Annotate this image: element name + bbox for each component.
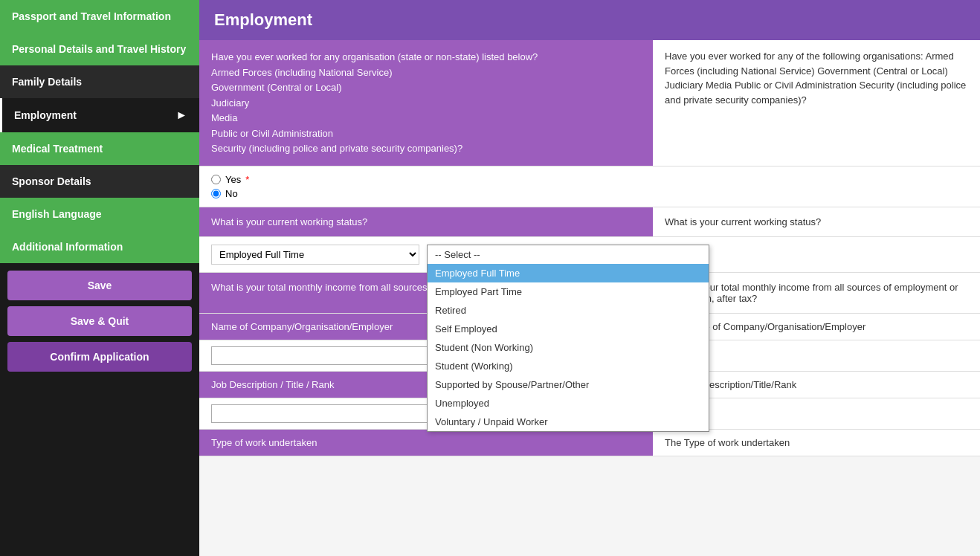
working-status-question-left: What is your current working status?	[199, 207, 653, 236]
dropdown-opt-student-w[interactable]: Student (Working)	[428, 357, 709, 375]
sidebar-item-label: Passport and Travel Information	[12, 10, 171, 22]
org-question-left: Have you ever worked for any organisatio…	[199, 40, 653, 166]
job-description-input[interactable]	[211, 404, 449, 423]
working-status-answer-row: -- Select -- Employed Full Time Employed…	[199, 237, 980, 273]
sidebar-item-medical[interactable]: Medical Treatment	[0, 132, 199, 165]
main-content: Employment Have you ever worked for any …	[199, 0, 980, 556]
org-question-right: Have you ever worked for any of the foll…	[653, 40, 980, 166]
dropdown-opt-voluntary[interactable]: Voluntary / Unpaid Worker	[428, 413, 709, 431]
dropdown-opt-retired[interactable]: Retired	[428, 301, 709, 320]
work-type-label-row: Type of work undertaken The Type of work…	[199, 430, 980, 456]
sidebar-item-personal[interactable]: Personal Details and Travel History	[0, 33, 199, 65]
page-title: Employment	[199, 0, 980, 40]
work-type-label-right: The Type of work undertaken	[653, 430, 980, 456]
sidebar-item-label: Sponsor Details	[12, 175, 91, 187]
chevron-right-icon: ►	[175, 109, 187, 122]
yes-radio[interactable]	[211, 175, 221, 184]
org-answer-left: Yes * No	[199, 167, 653, 207]
sidebar: Passport and Travel Information Personal…	[0, 0, 199, 556]
working-status-select[interactable]: -- Select -- Employed Full Time Employed…	[211, 245, 419, 265]
dropdown-overlay: -- Select -- Employed Full Time Employed…	[427, 245, 709, 432]
save-button[interactable]: Save	[7, 271, 192, 300]
sidebar-item-label: Personal Details and Travel History	[12, 43, 186, 55]
dropdown-opt-student-nw[interactable]: Student (Non Working)	[428, 338, 709, 357]
sidebar-item-sponsor[interactable]: Sponsor Details	[0, 165, 199, 198]
sidebar-item-label: English Language	[12, 208, 102, 220]
org-answer-row: Yes * No	[199, 167, 980, 207]
dropdown-opt-selfemployed[interactable]: Self Employed	[428, 320, 709, 338]
working-status-dropdown-container: -- Select -- Employed Full Time Employed…	[211, 245, 431, 265]
org-answer-right	[653, 167, 980, 207]
dropdown-opt-supported[interactable]: Supported by Spouse/Partner/Other	[428, 375, 709, 394]
sidebar-item-label: Employment	[14, 109, 77, 121]
no-radio[interactable]	[211, 189, 221, 198]
save-quit-button[interactable]: Save & Quit	[7, 306, 192, 336]
dropdown-opt-parttime[interactable]: Employed Part Time	[428, 282, 709, 301]
sidebar-item-label: Family Details	[12, 76, 82, 88]
sidebar-item-english[interactable]: English Language	[0, 198, 199, 230]
sidebar-item-passport[interactable]: Passport and Travel Information	[0, 0, 199, 33]
dropdown-opt-default[interactable]: -- Select --	[428, 245, 709, 264]
yes-required-star: *	[245, 174, 249, 185]
org-question-row: Have you ever worked for any organisatio…	[199, 40, 980, 167]
dropdown-opt-fulltime[interactable]: Employed Full Time	[428, 264, 709, 282]
sidebar-item-label: Additional Information	[12, 241, 123, 253]
sidebar-item-employment[interactable]: Employment ►	[0, 98, 199, 132]
sidebar-item-label: Medical Treatment	[12, 143, 103, 155]
working-status-question-right: What is your current working status?	[653, 207, 980, 236]
sidebar-item-additional[interactable]: Additional Information	[0, 230, 199, 263]
yes-radio-label[interactable]: Yes *	[211, 174, 641, 185]
work-type-label-left: Type of work undertaken	[199, 430, 653, 456]
working-status-question-row: What is your current working status? Wha…	[199, 207, 980, 237]
no-radio-label[interactable]: No	[211, 188, 641, 199]
confirm-application-button[interactable]: Confirm Application	[7, 342, 192, 372]
working-status-answer-left: -- Select -- Employed Full Time Employed…	[199, 237, 653, 272]
org-radio-group: Yes * No	[211, 174, 641, 199]
sidebar-item-family[interactable]: Family Details	[0, 65, 199, 98]
dropdown-opt-unemployed[interactable]: Unemployed	[428, 394, 709, 413]
company-name-input[interactable]	[211, 346, 449, 365]
